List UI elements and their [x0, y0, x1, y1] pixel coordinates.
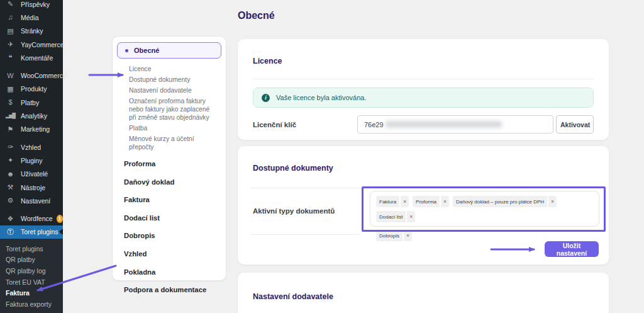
wp-menu-item[interactable]: ▂▅█ Analytiky [0, 109, 63, 122]
marketing-icon: ⚑ [6, 126, 15, 133]
available-documents-card: Dostupné dokumenty Aktivní typy dokument… [238, 146, 609, 265]
wp-menu-item-label: Marketing [21, 125, 50, 133]
active-bullet-icon [125, 49, 128, 52]
settings-nav-section[interactable]: Podpora a dokumentace [124, 286, 218, 293]
users-icon: ☻ [6, 171, 15, 178]
wp-menu-item[interactable]: ✎ Příspěvky [0, 0, 63, 11]
divider [253, 79, 594, 79]
wp-menu-item[interactable]: ♫ Média [0, 11, 63, 24]
supplier-settings-card-title: Nastavení dodavatele [253, 273, 594, 301]
divider [250, 188, 361, 188]
faktura-settings-screen: ✎ Příspěvky ♫ Média ▤ Stránky ✈ [0, 0, 644, 313]
wp-submenu-item[interactable]: QR platby log [0, 265, 63, 276]
pushpin-icon: ✎ [6, 1, 15, 8]
settings-nav-subitem[interactable]: Označení proforma faktury nebo faktury j… [129, 97, 218, 122]
wp-menu-item[interactable]: ⚑ Marketing [0, 123, 63, 136]
settings-nav-subitem[interactable]: Měnové kurzy a účetní přepočty [129, 135, 218, 151]
paper-plane-icon: ✈ [6, 41, 15, 48]
wp-menu-item[interactable]: ✈ YayCommerce [0, 38, 63, 51]
wp-menu-item-label: Uživatelé [21, 170, 48, 178]
document-type-tag: Dodací list × [376, 211, 415, 222]
settings-nav-subitem[interactable]: Nastavení dodavatele [129, 86, 218, 94]
wp-menu-item-label: Stránky [21, 27, 43, 35]
active-document-types-input[interactable]: Faktura × Proforma × Daňový doklad – pou… [370, 191, 599, 227]
settings-nav-section[interactable]: Dobropis [124, 232, 218, 239]
settings-icon: ⚙ [6, 197, 15, 204]
wp-submenu-item-label: Toret EU VAT [6, 278, 45, 286]
tag-label: Proforma [413, 199, 440, 205]
wp-menu-item[interactable]: ⚙ Nastavení [0, 194, 63, 207]
licence-activated-notice: i Vaše licence byla aktivována. [253, 88, 594, 108]
wp-menu-item-label: Komentáře [21, 54, 53, 62]
settings-nav-section[interactable]: Dodací list [124, 214, 218, 222]
update-count-badge: 1 [57, 215, 63, 223]
wp-submenu-item[interactable]: QR platby [0, 254, 63, 266]
wp-submenu-item-label: Faktura exporty [6, 300, 52, 308]
wp-menu-item[interactable]: ☻ Uživatelé [0, 168, 63, 181]
media-icon: ♫ [6, 14, 15, 21]
wp-menu-item[interactable]: $ Platby [0, 96, 63, 109]
wp-submenu-item[interactable]: Faktura exporty [0, 299, 63, 310]
wp-submenu-item[interactable]: Toret EU VAT [0, 276, 63, 288]
wp-menu-item-label: Pluginy [21, 157, 42, 164]
licence-card: Licence i Vaše licence byla aktivována. … [238, 39, 609, 140]
settings-nav-section[interactable]: Pokladna [124, 268, 218, 276]
wp-menu-item[interactable]: ⚒ Nástroje [0, 181, 63, 194]
wp-menu-item-label: YayCommerce [21, 41, 64, 48]
woocommerce-icon: W [6, 72, 15, 79]
settings-nav-subitem[interactable]: Dostupné dokumenty [129, 76, 218, 84]
wp-submenu-item-label: Faktura [6, 289, 30, 297]
tag-remove-icon[interactable]: × [399, 196, 409, 207]
settings-nav-section[interactable]: Vzhled [124, 250, 218, 258]
tag-remove-icon[interactable]: × [402, 230, 412, 241]
settings-nav-section[interactable]: Daňový doklad [124, 178, 218, 186]
notice-text: Vaše licence byla aktivována. [276, 94, 367, 101]
wp-menu-item-label: Analytiky [21, 112, 47, 120]
wp-menu-item-label: Vzhled [21, 144, 41, 151]
wp-menu-item-label: Toret plugins [21, 228, 58, 236]
settings-nav-subitem[interactable]: Licence [129, 65, 218, 73]
wp-menu-item-label: WooCommerce [21, 72, 67, 79]
settings-nav-subitem[interactable]: Platba [129, 124, 218, 132]
wp-submenu-item[interactable]: Faktura [0, 287, 63, 299]
active-document-types-label: Aktivní typy dokumentů [253, 207, 335, 215]
tag-label: Faktura [376, 199, 399, 205]
wp-menu-item-label: Nástroje [21, 184, 45, 191]
wp-menu-item-label: Produkty [21, 85, 47, 93]
settings-nav-section[interactable]: Proforma [124, 160, 218, 168]
wp-menu-item[interactable]: ❖ Wordfence 1 [0, 212, 63, 225]
shield-icon: ❖ [6, 215, 15, 222]
wp-submenu-item[interactable]: Toret plugins [0, 243, 63, 254]
wp-menu-item[interactable]: ▤ Stránky [0, 25, 63, 38]
wp-menu-item-label: Příspěvky [21, 1, 50, 8]
licence-card-title: Licence [253, 39, 594, 65]
tag-remove-icon[interactable]: × [406, 211, 415, 222]
tag-remove-icon[interactable]: × [440, 196, 449, 207]
page-title: Obecné [238, 10, 275, 21]
save-settings-button[interactable]: Uložit nastavení [545, 241, 599, 257]
comment-icon: ❝ [6, 54, 15, 61]
settings-nav-active-item[interactable]: Obecné [117, 42, 221, 59]
supplier-settings-card: Nastavení dodavatele [238, 273, 609, 313]
wp-menu-item[interactable]: W WooCommerce [0, 69, 63, 82]
tag-remove-icon[interactable]: × [547, 196, 557, 207]
wp-menu-item[interactable]: ❝ Komentáře [0, 51, 63, 64]
wp-admin-sidebar: ✎ Příspěvky ♫ Média ▤ Stránky ✈ [0, 0, 63, 313]
activate-button[interactable]: Aktivovat [556, 115, 594, 134]
wp-menu-item-label: Platby [21, 99, 39, 106]
settings-nav-section[interactable]: Faktura [124, 196, 218, 203]
wp-menu-item-label: Nastavení [21, 197, 50, 205]
wp-menu-item-label: Wordfence [21, 215, 53, 222]
wp-menu-item[interactable]: Ⓣ Toret plugins [0, 225, 63, 239]
document-type-tag: Faktura × [376, 196, 409, 207]
wp-menu-item[interactable]: ✦ Pluginy [0, 154, 63, 167]
wp-menu-item-label: Média [21, 14, 39, 21]
licence-key-input[interactable]: 76e29 [357, 115, 553, 134]
licence-key-value: 76e29 [364, 121, 384, 128]
tag-label: Dobropis [376, 233, 402, 239]
wp-menu-item[interactable]: ▦ Produkty [0, 83, 63, 96]
wp-menu-item[interactable]: ✑ Vzhled [0, 140, 63, 154]
wp-admin-menu: ✎ Příspěvky ♫ Média ▤ Stránky ✈ [0, 0, 63, 239]
wp-submenu-item-label: QR platby [6, 256, 35, 263]
pages-icon: ▤ [6, 28, 15, 35]
